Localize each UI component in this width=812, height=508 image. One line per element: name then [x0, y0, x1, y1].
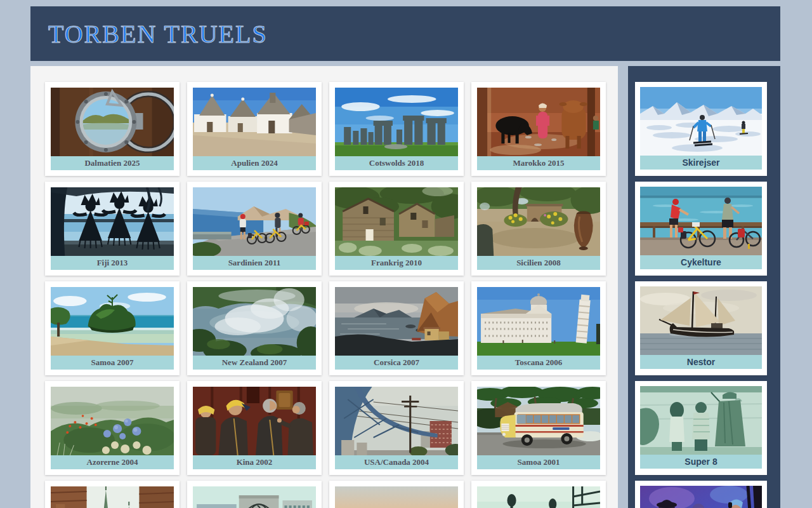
album-caption: Samoa 2007: [51, 356, 174, 370]
photo-havana-mural: [193, 486, 316, 508]
album-caption: Marokko 2015: [477, 156, 600, 170]
photo-hydrangea-flowers: [51, 387, 174, 455]
site-header: TORBEN TRUELS: [30, 6, 780, 61]
photo-stone-houses: [335, 187, 458, 256]
photo-porthole-sea-view: [51, 88, 174, 156]
album-caption: Cotswolds 2018: [335, 156, 458, 170]
album-card[interactable]: [187, 481, 322, 508]
album-card[interactable]: Kina 2002: [187, 381, 322, 475]
photo-coastal-cyclists: [193, 187, 316, 256]
sidebar-panel: Skirejser Cykelture Nestor Super 8: [628, 66, 780, 508]
album-card[interactable]: [471, 481, 606, 508]
sidebar-list: Skirejser Cykelture Nestor Super 8: [635, 82, 780, 508]
album-caption: Dalmatien 2025: [51, 156, 174, 170]
photo-stonehenge: [335, 88, 458, 156]
album-caption: Kina 2002: [193, 455, 316, 469]
photo-sailing-ship: [640, 286, 762, 355]
album-caption: Frankrig 2010: [335, 256, 458, 270]
album-card[interactable]: Fiji 2013: [45, 182, 180, 276]
album-card[interactable]: New Zealand 2007: [187, 281, 322, 375]
album-caption: Samoa 2001: [477, 455, 600, 469]
album-card[interactable]: Cotswolds 2018: [329, 82, 464, 176]
album-caption: Skirejser: [640, 156, 762, 170]
album-card[interactable]: Super 8: [635, 381, 767, 475]
photo-dancer-silhouettes: [51, 187, 174, 256]
album-card[interactable]: Skirejser: [635, 82, 767, 176]
album-card[interactable]: Samoa 2001: [471, 381, 606, 475]
album-caption: Super 8: [640, 455, 762, 469]
album-caption: Cykelture: [640, 255, 762, 269]
album-caption: Apulien 2024: [193, 156, 316, 170]
album-card[interactable]: Dalmatien 2025: [45, 82, 180, 176]
album-card[interactable]: Cykelture: [635, 182, 767, 276]
album-card[interactable]: Sardinien 2011: [187, 182, 322, 276]
album-card[interactable]: [635, 481, 767, 508]
photo-garden-urn: [477, 187, 600, 256]
album-card[interactable]: USA/Canada 2004: [329, 381, 464, 475]
album-card[interactable]: Nestor: [635, 281, 767, 375]
site-title[interactable]: TORBEN TRUELS: [30, 19, 268, 49]
photo-coast-cliffs: [335, 287, 458, 356]
photo-teal-silhouettes: [477, 486, 600, 508]
album-card[interactable]: Marokko 2015: [471, 82, 606, 176]
album-caption: Toscana 2006: [477, 356, 600, 370]
photo-desert-sunset: [335, 486, 458, 508]
album-caption: Sardinien 2011: [193, 256, 316, 270]
album-card[interactable]: Toscana 2006: [471, 281, 606, 375]
album-caption: Sicilien 2008: [477, 256, 600, 270]
photo-vintage-film-figures: [640, 386, 762, 455]
photo-cyclists-waterfront: [640, 187, 762, 255]
album-card[interactable]: Frankrig 2010: [329, 182, 464, 276]
gallery-panel: Dalmatien 2025 Apulien 2024 Cotswolds 20…: [30, 66, 618, 508]
gallery-grid: Dalmatien 2025 Apulien 2024 Cotswolds 20…: [45, 82, 618, 508]
page-layout: Dalmatien 2025 Apulien 2024 Cotswolds 20…: [30, 66, 780, 508]
album-card[interactable]: Azorerne 2004: [45, 381, 180, 475]
album-caption: Nestor: [640, 355, 762, 369]
album-caption: Azorerne 2004: [51, 455, 174, 469]
album-card[interactable]: [45, 481, 180, 508]
photo-church-spires: [51, 486, 174, 508]
photo-lagoon-island: [51, 287, 174, 356]
photo-ski-slope: [640, 87, 762, 156]
album-caption: Corsica 2007: [335, 356, 458, 370]
photo-woman-with-cattle: [477, 88, 600, 156]
photo-people-yellow-caps: [193, 387, 316, 455]
photo-island-bus: [477, 387, 600, 455]
photo-steaming-crater: [193, 287, 316, 356]
album-caption: Fiji 2013: [51, 256, 174, 270]
photo-trulli-houses: [193, 88, 316, 156]
photo-concert-stage: [640, 486, 762, 508]
album-caption: New Zealand 2007: [193, 356, 316, 370]
album-card[interactable]: Corsica 2007: [329, 281, 464, 375]
album-caption: USA/Canada 2004: [335, 455, 458, 469]
album-card[interactable]: Apulien 2024: [187, 82, 322, 176]
photo-steel-bridge: [335, 387, 458, 455]
album-card[interactable]: Sicilien 2008: [471, 182, 606, 276]
photo-pisa-cathedral: [477, 287, 600, 356]
album-card[interactable]: [329, 481, 464, 508]
album-card[interactable]: Samoa 2007: [45, 281, 180, 375]
